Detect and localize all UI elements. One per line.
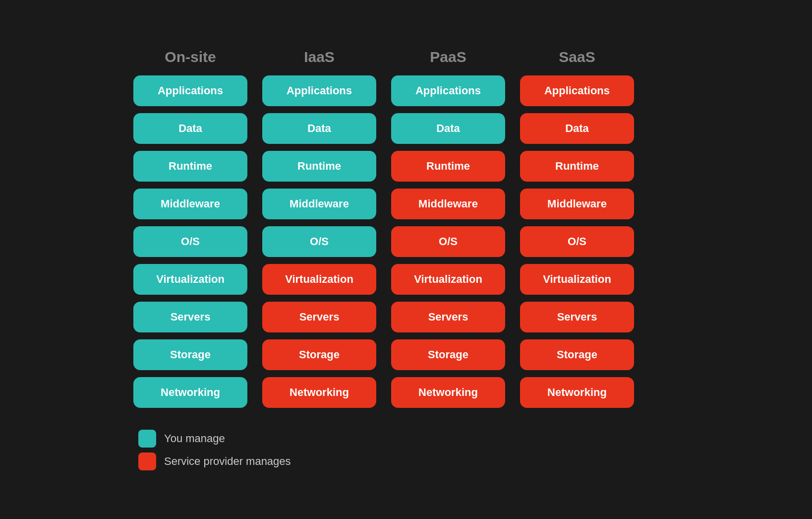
cell-o-s-saas: O/S (520, 226, 634, 257)
legend-color-provider-manages (138, 453, 156, 470)
legend-item-provider-manages: Service provider manages (138, 453, 291, 470)
col-header-iaas: IaaS (262, 49, 376, 75)
cell-o-s-paas: O/S (391, 226, 505, 257)
col-header-onsite: On-site (133, 49, 247, 75)
legend: You manageService provider manages (138, 430, 291, 470)
cell-storage-onsite: Storage (133, 339, 247, 370)
cell-networking-paas: Networking (391, 377, 505, 408)
legend-color-you-manage (138, 430, 156, 448)
cell-middleware-iaas: Middleware (262, 189, 376, 219)
col-header-saas: SaaS (520, 49, 634, 75)
chart-wrapper: On-siteIaaSPaaSSaaSApplicationsApplicati… (109, 49, 703, 470)
cell-networking-iaas: Networking (262, 377, 376, 408)
cell-middleware-saas: Middleware (520, 189, 634, 219)
cell-runtime-onsite: Runtime (133, 151, 247, 182)
cell-virtualization-paas: Virtualization (391, 264, 505, 295)
page-container: On-siteIaaSPaaSSaaSApplicationsApplicati… (0, 0, 812, 519)
comparison-grid: On-siteIaaSPaaSSaaSApplicationsApplicati… (133, 49, 679, 415)
legend-label-provider-manages: Service provider manages (164, 455, 291, 468)
legend-item-you-manage: You manage (138, 430, 291, 448)
cell-storage-paas: Storage (391, 339, 505, 370)
cell-applications-saas: Applications (520, 75, 634, 106)
cell-runtime-saas: Runtime (520, 151, 634, 182)
cell-applications-onsite: Applications (133, 75, 247, 106)
cell-data-paas: Data (391, 113, 505, 144)
cell-virtualization-saas: Virtualization (520, 264, 634, 295)
cell-runtime-paas: Runtime (391, 151, 505, 182)
cell-storage-saas: Storage (520, 339, 634, 370)
cell-networking-saas: Networking (520, 377, 634, 408)
cell-virtualization-onsite: Virtualization (133, 264, 247, 295)
cell-o-s-iaas: O/S (262, 226, 376, 257)
cell-o-s-onsite: O/S (133, 226, 247, 257)
cell-runtime-iaas: Runtime (262, 151, 376, 182)
cell-servers-paas: Servers (391, 302, 505, 332)
legend-label-you-manage: You manage (164, 432, 225, 445)
cell-servers-saas: Servers (520, 302, 634, 332)
cell-data-iaas: Data (262, 113, 376, 144)
cell-storage-iaas: Storage (262, 339, 376, 370)
cell-servers-onsite: Servers (133, 302, 247, 332)
cell-data-saas: Data (520, 113, 634, 144)
cell-middleware-onsite: Middleware (133, 189, 247, 219)
cell-servers-iaas: Servers (262, 302, 376, 332)
cell-applications-iaas: Applications (262, 75, 376, 106)
cell-virtualization-iaas: Virtualization (262, 264, 376, 295)
cell-middleware-paas: Middleware (391, 189, 505, 219)
cell-data-onsite: Data (133, 113, 247, 144)
cell-networking-onsite: Networking (133, 377, 247, 408)
cell-applications-paas: Applications (391, 75, 505, 106)
col-header-paas: PaaS (391, 49, 505, 75)
